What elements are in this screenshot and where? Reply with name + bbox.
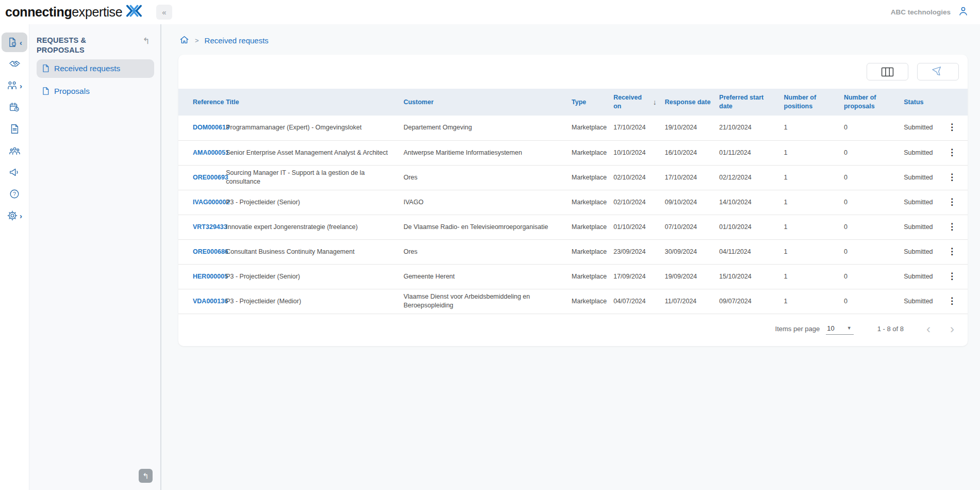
table-body: DOM000613 Programmamanager (Expert) - Om… (178, 116, 968, 314)
column-header-customer[interactable]: Customer (400, 89, 568, 116)
row-actions-kebab-icon[interactable]: ⋮ (948, 296, 956, 306)
rail-item-partnerships[interactable] (2, 54, 27, 74)
column-header-number-of-positions[interactable]: Number of positions (780, 89, 840, 116)
sidebar-item-received-requests[interactable]: Received requests (37, 59, 154, 78)
status-value: Submitted (900, 289, 943, 314)
sidebar-item-proposals[interactable]: Proposals (37, 82, 154, 101)
cell-type: Marketplace (568, 289, 609, 314)
row-actions-kebab-icon[interactable]: ⋮ (948, 247, 956, 256)
reference-link[interactable]: ORE000686 (193, 248, 228, 255)
cell-reference: VRT329433 (178, 215, 222, 239)
reference-link[interactable]: IVAG000002 (193, 199, 229, 206)
cell-preferred-start-date: 02/12/2024 (715, 165, 780, 190)
sidebar-title: REQUESTS & PROPOSALS (37, 36, 119, 55)
cell-received-on: 17/09/2024 (609, 264, 661, 289)
cell-number-of-positions: 1 (780, 190, 840, 215)
cell-response-date: 07/10/2024 (660, 215, 715, 239)
cell-response-date: 11/07/2024 (660, 289, 715, 314)
cell-customer: Departement Omgeving (400, 116, 568, 140)
cell-preferred-start-date: 09/07/2024 (715, 289, 780, 314)
table-row: HER000005 P3 - Projectleider (Senior) Ge… (178, 264, 968, 289)
status-value: Submitted (900, 190, 943, 215)
column-header-number-of-proposals[interactable]: Number of proposals (840, 89, 900, 116)
rail-item-candidates[interactable]: › (2, 76, 27, 95)
cell-customer: Vlaamse Dienst voor Arbeidsbemiddeling e… (400, 289, 568, 314)
column-header-actions (943, 89, 968, 116)
column-header-reference[interactable]: Reference (178, 89, 222, 116)
filter-button[interactable] (917, 63, 959, 80)
rail-item-contracts[interactable] (2, 119, 27, 139)
cell-customer: De Vlaamse Radio- en Televisieomroeporga… (400, 215, 568, 239)
rail-item-people[interactable] (2, 141, 27, 160)
panel-return-button[interactable]: ↰ (139, 469, 153, 483)
cell-type: Marketplace (568, 215, 609, 239)
chevron-right-icon: › (20, 82, 22, 90)
column-header-response-date[interactable]: Response date (660, 89, 715, 116)
handshake-icon (9, 58, 21, 70)
cell-received-on: 02/10/2024 (609, 165, 661, 190)
cell-customer: Gemeente Herent (400, 264, 568, 289)
chevron-left-icon: ‹ (20, 39, 22, 46)
sidebar-collapse-button[interactable]: « (156, 5, 172, 20)
request-document-icon: ? (7, 37, 18, 48)
row-actions-kebab-icon[interactable]: ⋮ (948, 172, 956, 182)
breadcrumb-current[interactable]: Received requests (205, 36, 269, 45)
cell-type: Marketplace (568, 116, 609, 140)
column-header-title[interactable]: Title (222, 89, 399, 116)
cell-number-of-proposals: 0 (840, 264, 900, 289)
cell-preferred-start-date: 01/11/2024 (715, 140, 780, 165)
items-per-page-label: Items per page (775, 325, 820, 333)
page-size-select[interactable]: 10 ▼ (826, 323, 853, 335)
rail-item-planning[interactable] (2, 97, 27, 117)
breadcrumb: > Received requests (178, 24, 968, 55)
sort-descending-icon[interactable]: ↓ (653, 97, 656, 107)
reference-link[interactable]: ORE000693 (193, 174, 228, 181)
logo-x-icon (126, 5, 142, 20)
home-icon[interactable] (179, 35, 189, 46)
cell-response-date: 09/10/2024 (660, 190, 715, 215)
file-icon (42, 87, 49, 95)
account-area[interactable]: ABC technologies (891, 0, 969, 24)
reference-link[interactable]: DOM000613 (193, 124, 229, 131)
column-header-received-on[interactable]: Received on ↓ (609, 89, 661, 116)
next-page-button[interactable]: › (950, 323, 954, 335)
table-row: DOM000613 Programmamanager (Expert) - Om… (178, 116, 968, 140)
row-actions-kebab-icon[interactable]: ⋮ (948, 197, 956, 207)
table-row: VRT329433 Innovatie expert Jongerenstrat… (178, 215, 968, 239)
reference-link[interactable]: AMA000051 (193, 149, 229, 156)
cell-number-of-proposals: 0 (840, 190, 900, 215)
column-header-preferred-start-date[interactable]: Preferred start date (715, 89, 780, 116)
rail-item-help[interactable]: ? (2, 184, 27, 204)
status-value: Submitted (900, 116, 943, 140)
reference-link[interactable]: VDA000136 (193, 298, 228, 305)
row-actions-kebab-icon[interactable]: ⋮ (948, 222, 956, 232)
cell-reference: HER000005 (178, 264, 222, 289)
row-actions-kebab-icon[interactable]: ⋮ (948, 271, 956, 281)
reference-link[interactable]: VRT329433 (193, 223, 227, 231)
status-value: Submitted (900, 239, 943, 264)
cell-received-on: 17/10/2024 (609, 116, 661, 140)
cell-received-on: 02/10/2024 (609, 190, 661, 215)
table-row: IVAG000002 P3 - Projectleider (Senior) I… (178, 190, 968, 215)
rail-item-settings[interactable]: › (2, 206, 27, 225)
cell-number-of-positions: 1 (780, 165, 840, 190)
cell-title: P3 - Projectleider (Senior) (222, 190, 399, 215)
column-header-type[interactable]: Type (568, 89, 609, 116)
cell-response-date: 19/10/2024 (660, 116, 715, 140)
cell-reference: ORE000686 (178, 239, 222, 264)
user-icon[interactable] (958, 6, 969, 19)
columns-button[interactable] (867, 63, 908, 80)
cell-response-date: 17/10/2024 (660, 165, 715, 190)
return-arrow-icon[interactable]: ↰ (143, 36, 150, 46)
cell-title: Sourcing Manager IT - Support à la gesti… (222, 165, 399, 190)
icon-rail: ? ‹ › (0, 24, 29, 490)
row-actions-kebab-icon[interactable]: ⋮ (948, 122, 956, 132)
previous-page-button[interactable]: ‹ (926, 323, 931, 335)
reference-link[interactable]: HER000005 (193, 273, 228, 280)
app-logo: connectingexpertise (5, 5, 142, 20)
column-header-status[interactable]: Status (900, 89, 943, 116)
cell-preferred-start-date: 04/11/2024 (715, 239, 780, 264)
row-actions-kebab-icon[interactable]: ⋮ (948, 148, 956, 157)
rail-item-announcements[interactable] (2, 162, 27, 182)
rail-item-requests-proposals[interactable]: ? ‹ (2, 32, 27, 52)
